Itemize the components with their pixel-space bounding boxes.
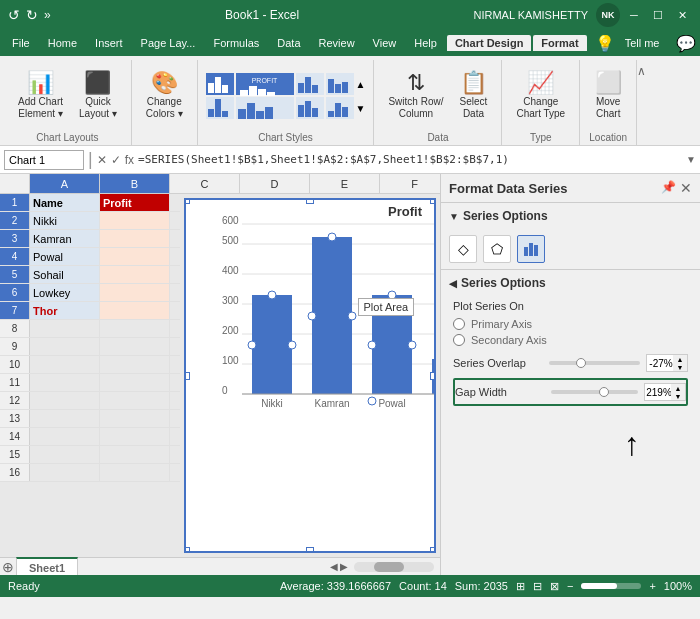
handle-right[interactable] [430, 372, 436, 380]
menu-file[interactable]: File [4, 35, 38, 51]
effects-icon-button[interactable]: ⬠ [483, 235, 511, 263]
cell-b11[interactable] [100, 374, 170, 391]
chart-style-3[interactable] [296, 73, 324, 95]
cell-b14[interactable] [100, 428, 170, 445]
cell-a4[interactable]: Powal [30, 248, 100, 265]
cell-a7[interactable]: Thor [30, 302, 100, 319]
name-box[interactable]: Chart 1 [4, 150, 84, 170]
insert-function-icon[interactable]: fx [125, 153, 134, 167]
cell-b5[interactable] [100, 266, 170, 283]
gap-width-track[interactable] [551, 390, 638, 394]
cell-b10[interactable] [100, 356, 170, 373]
add-sheet-button[interactable]: ⊕ [2, 559, 14, 575]
undo-button[interactable]: ↺ [8, 7, 20, 23]
series-overlap-value[interactable]: -27% ▲ ▼ [646, 354, 688, 372]
cell-a15[interactable] [30, 446, 100, 463]
cell-a2[interactable]: Nikki [30, 212, 100, 229]
cell-b12[interactable] [100, 392, 170, 409]
cancel-formula-icon[interactable]: ✕ [97, 153, 107, 167]
zoom-out-button[interactable]: − [567, 580, 573, 592]
menu-formulas[interactable]: Formulas [205, 35, 267, 51]
chart-styles-scroll-down[interactable]: ▼ [356, 103, 366, 114]
change-colors-button[interactable]: 🎨 ChangeColors ▾ [140, 64, 189, 128]
cell-b9[interactable] [100, 338, 170, 355]
menu-tell-me[interactable]: Tell me [617, 35, 668, 51]
handle-left[interactable] [184, 372, 190, 380]
primary-axis-radio[interactable] [453, 318, 465, 330]
handle-bottom-right[interactable] [430, 547, 436, 553]
change-chart-type-button[interactable]: 📈 ChangeChart Type [510, 64, 571, 128]
chart-container[interactable]: Profit Plot Area 0 100 200 300 400 500 6… [184, 198, 436, 553]
menu-home[interactable]: Home [40, 35, 85, 51]
cell-a5[interactable]: Sohail [30, 266, 100, 283]
h-scrollbar[interactable] [354, 562, 434, 572]
minimize-button[interactable]: ─ [624, 5, 644, 25]
sheet-tab-1[interactable]: Sheet1 [16, 557, 78, 576]
add-chart-element-button[interactable]: 📊 Add ChartElement ▾ [12, 64, 69, 128]
cell-a1[interactable]: Name [30, 194, 100, 211]
menu-insert[interactable]: Insert [87, 35, 131, 51]
close-button[interactable]: ✕ [672, 5, 692, 25]
menu-page-layout[interactable]: Page Lay... [133, 35, 204, 51]
cell-a11[interactable] [30, 374, 100, 391]
cell-a9[interactable] [30, 338, 100, 355]
h-scrollbar-thumb[interactable] [374, 562, 404, 572]
menu-help[interactable]: Help [406, 35, 445, 51]
series-options-dropdown[interactable]: ▼ Series Options [441, 203, 700, 229]
scroll-left-button[interactable]: ◀ [330, 561, 338, 572]
handle-top[interactable] [306, 198, 314, 204]
col-header-c[interactable]: C [170, 174, 240, 193]
series-overlap-track[interactable] [549, 361, 640, 365]
formula-input[interactable]: =SERIES(Sheet1!$B$1,Sheet1!$A$2:$A$7,She… [138, 153, 682, 166]
gap-width-thumb[interactable] [599, 387, 609, 397]
chart-styles-scroll-up[interactable]: ▲ [356, 79, 366, 90]
switch-row-col-button[interactable]: ⇅ Switch Row/Column [382, 64, 449, 128]
ribbon-collapse-button[interactable]: ∧ [637, 60, 646, 145]
scroll-right-button[interactable]: ▶ [340, 561, 348, 572]
menu-data[interactable]: Data [269, 35, 308, 51]
cell-a3[interactable]: Kamran [30, 230, 100, 247]
move-chart-button[interactable]: ⬜ MoveChart [588, 64, 628, 128]
maximize-button[interactable]: ☐ [648, 5, 668, 25]
confirm-formula-icon[interactable]: ✓ [111, 153, 121, 167]
chart-style-2[interactable]: PROFIT [236, 73, 294, 95]
select-data-button[interactable]: 📋 SelectData [453, 64, 493, 128]
cell-b7[interactable] [100, 302, 170, 319]
cell-a12[interactable] [30, 392, 100, 409]
gap-width-value[interactable]: 219% ▲ ▼ [644, 383, 686, 401]
secondary-axis-radio[interactable] [453, 334, 465, 346]
col-header-a[interactable]: A [30, 174, 100, 193]
formula-expand-icon[interactable]: ▼ [686, 154, 696, 165]
series-options-icon-button[interactable] [517, 235, 545, 263]
cell-b2[interactable] [100, 212, 170, 229]
view-normal-icon[interactable]: ⊞ [516, 580, 525, 593]
cell-b1[interactable]: Profit [100, 194, 170, 211]
menu-view[interactable]: View [365, 35, 405, 51]
col-header-b[interactable]: B [100, 174, 170, 193]
cell-b16[interactable] [100, 464, 170, 481]
cell-b13[interactable] [100, 410, 170, 427]
cell-b15[interactable] [100, 446, 170, 463]
bar-kamran[interactable] [312, 237, 352, 394]
handle-top-left[interactable] [184, 198, 190, 204]
handle-bottom-left[interactable] [184, 547, 190, 553]
gap-width-up[interactable]: ▲ [671, 384, 685, 392]
chart-style-4[interactable] [326, 73, 354, 95]
cell-b8[interactable] [100, 320, 170, 337]
cell-b6[interactable] [100, 284, 170, 301]
cell-a10[interactable] [30, 356, 100, 373]
cell-a14[interactable] [30, 428, 100, 445]
quick-layout-button[interactable]: ⬛ QuickLayout ▾ [73, 64, 123, 128]
series-options-section-header[interactable]: ◀ Series Options [441, 270, 700, 296]
cell-a13[interactable] [30, 410, 100, 427]
menu-review[interactable]: Review [311, 35, 363, 51]
handle-top-right[interactable] [430, 198, 436, 204]
menu-chart-design[interactable]: Chart Design [447, 35, 531, 51]
view-page-layout-icon[interactable]: ⊠ [550, 580, 559, 593]
panel-close-button[interactable]: ✕ [680, 180, 692, 196]
cell-a6[interactable]: Lowkey [30, 284, 100, 301]
cell-b4[interactable] [100, 248, 170, 265]
series-overlap-thumb[interactable] [576, 358, 586, 368]
fill-icon-button[interactable]: ◇ [449, 235, 477, 263]
handle-bottom[interactable] [306, 547, 314, 553]
